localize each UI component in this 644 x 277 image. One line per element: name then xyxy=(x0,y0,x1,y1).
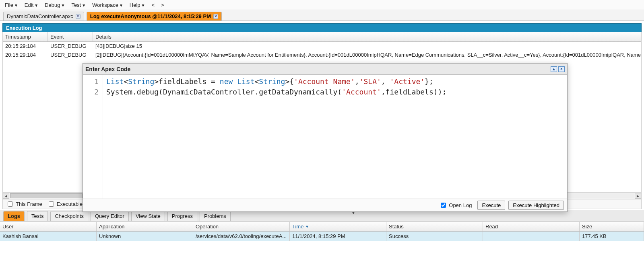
tab-checkpoints[interactable]: Checkpoints xyxy=(50,211,88,221)
column-application[interactable]: Application xyxy=(97,222,193,231)
logs-header: User Application Operation Time▼ Status … xyxy=(0,222,644,232)
cell-user: Kashish Bansal xyxy=(0,232,97,241)
sort-desc-icon: ▼ xyxy=(305,225,309,229)
menu-edit[interactable]: Edit▼ xyxy=(21,1,41,9)
tab-view-state[interactable]: View State xyxy=(131,211,165,221)
code-body[interactable]: List<String>fieldLabels = new List<Strin… xyxy=(103,75,450,199)
menu-workspace[interactable]: Workspace▼ xyxy=(89,1,126,9)
cell-timestamp: 20:15:29:184 xyxy=(3,42,48,51)
tab-label: Log executeAnonymous @11/1/2024, 8:15:29… xyxy=(90,13,211,19)
execution-log-title: Execution Log xyxy=(2,23,642,32)
cell-read xyxy=(483,232,580,241)
chevron-down-icon: ▼ xyxy=(61,3,65,8)
execution-log-rows: 20:15:29:184 USER_DEBUG [43]|DEBUG|size … xyxy=(3,42,641,60)
column-user[interactable]: User xyxy=(0,222,97,231)
tab-query-editor[interactable]: Query Editor xyxy=(91,211,129,221)
menu-help[interactable]: Help▼ xyxy=(126,1,149,9)
column-timestamp[interactable]: Timestamp xyxy=(3,32,48,41)
menu-test[interactable]: Test▼ xyxy=(68,1,89,9)
scroll-left-icon[interactable]: ◄ xyxy=(3,193,9,199)
execute-button[interactable]: Execute xyxy=(477,201,505,210)
chevron-down-icon: ▼ xyxy=(119,3,123,8)
chevron-down-icon: ▼ xyxy=(14,3,18,8)
column-size[interactable]: Size xyxy=(580,222,644,231)
chevron-down-icon: ▼ xyxy=(34,3,38,8)
column-details[interactable]: Details xyxy=(93,32,641,41)
cell-details: [43]|DEBUG|size 15 xyxy=(93,42,641,51)
cell-operation: /services/data/v62.0/tooling/executeA... xyxy=(193,232,290,241)
this-frame-checkbox[interactable]: This Frame xyxy=(6,200,42,208)
scroll-right-icon[interactable]: ► xyxy=(635,193,641,199)
dialog-titlebar[interactable]: Enter Apex Code ▲ × xyxy=(83,64,567,75)
dialog-buttons: Open Log Execute Execute Highlighted xyxy=(83,199,567,211)
column-event[interactable]: Event xyxy=(48,32,93,41)
column-read[interactable]: Read xyxy=(483,222,580,231)
line-gutter: 12 xyxy=(83,75,103,199)
tab-problems[interactable]: Problems xyxy=(200,211,231,221)
table-row[interactable]: 20:15:29:184 USER_DEBUG [43]|DEBUG|size … xyxy=(3,42,641,51)
tab-tests[interactable]: Tests xyxy=(27,211,48,221)
file-tabbar: DynamicDataController.apxc × Log execute… xyxy=(0,10,644,21)
tab-progress[interactable]: Progress xyxy=(167,211,197,221)
tab-logs[interactable]: Logs xyxy=(3,211,25,221)
tab-label: DynamicDataController.apxc xyxy=(7,13,73,19)
tab-dynamic-data-controller[interactable]: DynamicDataController.apxc × xyxy=(3,12,84,21)
close-icon[interactable]: × xyxy=(76,14,80,19)
scroll-thumb[interactable] xyxy=(10,193,83,198)
cell-time: 11/1/2024, 8:15:29 PM xyxy=(290,232,386,241)
column-operation[interactable]: Operation xyxy=(193,222,290,231)
nav-forward-button[interactable]: > xyxy=(158,1,167,9)
column-time[interactable]: Time▼ xyxy=(290,222,386,231)
menu-debug[interactable]: Debug▼ xyxy=(41,1,68,9)
cell-application: Unknown xyxy=(97,232,193,241)
close-icon[interactable]: × xyxy=(213,14,218,19)
nav-back-button[interactable]: < xyxy=(149,1,158,9)
cell-timestamp: 20:15:29:184 xyxy=(3,51,48,60)
chevron-down-icon: ▼ xyxy=(141,3,145,8)
chevron-down-icon: ▼ xyxy=(82,3,86,8)
code-editor[interactable]: 12 List<String>fieldLabels = new List<St… xyxy=(83,75,567,199)
table-row[interactable]: 20:15:29:184 USER_DEBUG [2]|DEBUG|(Accou… xyxy=(3,51,641,60)
executable-checkbox[interactable]: Executable xyxy=(47,200,83,208)
execute-highlighted-button[interactable]: Execute Highlighted xyxy=(508,201,564,210)
table-row[interactable]: Kashish Bansal Unknown /services/data/v6… xyxy=(0,232,644,241)
cell-event: USER_DEBUG xyxy=(48,42,93,51)
column-status[interactable]: Status xyxy=(386,222,483,231)
cell-event: USER_DEBUG xyxy=(48,51,93,60)
cell-details: [2]|DEBUG|(Account:{Id=001dL00000ImMtYQA… xyxy=(93,51,641,60)
execution-log-header: Timestamp Event Details xyxy=(3,32,641,42)
dialog-title: Enter Apex Code xyxy=(85,66,130,72)
menubar: File▼ Edit▼ Debug▼ Test▼ Workspace▼ Help… xyxy=(0,0,644,10)
enter-apex-code-dialog: Enter Apex Code ▲ × 12 List<String>field… xyxy=(83,63,568,212)
open-log-checkbox[interactable]: Open Log xyxy=(439,201,472,209)
close-icon[interactable]: × xyxy=(558,66,565,72)
cell-status: Success xyxy=(386,232,483,241)
menu-file[interactable]: File▼ xyxy=(2,1,21,9)
tab-execution-log[interactable]: Log executeAnonymous @11/1/2024, 8:15:29… xyxy=(87,12,222,21)
collapse-icon[interactable]: ▲ xyxy=(551,66,557,72)
cell-size: 177.45 KB xyxy=(580,232,644,241)
